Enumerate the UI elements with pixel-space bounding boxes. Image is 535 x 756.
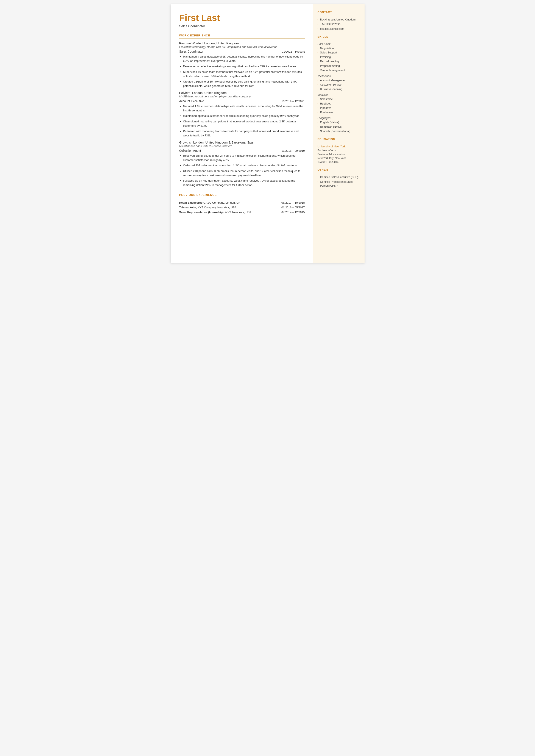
prev-exp-1-dates: 06/2017 – 10/2018	[281, 201, 305, 204]
skill-item: Spanish (Conversational)	[318, 129, 360, 133]
job-3: Growthsi, London, United Kingdom & Barce…	[179, 141, 305, 187]
prev-exp-2-label: Telemarketer, XYZ Company, New York, USA	[179, 206, 237, 209]
job-2-dates: 10/2019 – 12/2021	[281, 99, 305, 103]
bullet-item: Maintained optimal customer service whil…	[179, 114, 305, 118]
skill-item: Business Planning	[318, 88, 360, 91]
techniques-list: Account Management Customer Service Busi…	[318, 79, 360, 91]
job-2: Polyhire, London, United Kingdom NYSE-li…	[179, 91, 305, 138]
hard-skills-list: Negotiation Sales Support Invoicing Reco…	[318, 46, 360, 72]
bullet-item: Followed up on 457 delinquent accounts w…	[179, 179, 305, 187]
contact-list: Buckingham, United Kingdom +44 123456789…	[318, 18, 360, 31]
edu-school: University of New York	[318, 145, 360, 148]
skill-item: Vendor Management	[318, 69, 360, 72]
candidate-title: Sales Coordinator	[179, 24, 305, 28]
software-label: Software:	[318, 93, 360, 96]
prev-exp-1-label: Retail Salesperson, ABC Company, London,…	[179, 201, 240, 204]
job-2-role: Account Executive	[179, 99, 204, 103]
skill-item: Pipedrive	[318, 106, 360, 110]
right-column: CONTACT Buckingham, United Kingdom +44 1…	[313, 4, 365, 263]
resume-page: First Last Sales Coordinator WORK EXPERI…	[171, 4, 365, 263]
prev-exp-3-label: Sales Representative (Internship), ABC, …	[179, 210, 251, 214]
job-2-desc: NYSE-listed recruitment and employer bra…	[179, 95, 305, 98]
edu-field: Business Administration	[318, 153, 360, 156]
job-3-company-rest: London, United Kingdom & Barcelona, Spai…	[192, 141, 255, 144]
job-2-row: Account Executive 10/2019 – 12/2021	[179, 99, 305, 103]
bullet-item: Championed marketing campaigns that incr…	[179, 119, 305, 128]
job-1: Resume Worded, London, United Kingdom Ed…	[179, 42, 305, 88]
skill-item: Record keeping	[318, 60, 360, 64]
job-2-company: Polyhire, London, United Kingdom	[179, 91, 305, 95]
skill-item: Salesforce	[318, 98, 360, 101]
skill-item: Romanian (Native)	[318, 125, 360, 129]
job-1-dates: 01/2022 – Present	[282, 50, 305, 53]
candidate-name: First Last	[179, 13, 305, 23]
job-3-dates: 11/2018 – 09/2019	[281, 149, 305, 153]
bullet-item: Collected 302 delinquent accounts from 1…	[179, 163, 305, 168]
skills-heading: SKILLS	[318, 35, 360, 38]
job-1-role: Sales Coordinator	[179, 50, 203, 53]
prev-exp-3-rest: ABC, New York, USA	[224, 210, 251, 214]
bullet-item: Utilized 210 phone calls, 3.7K emails, 2…	[179, 169, 305, 178]
prev-exp-3-bold: Sales Representative (Internship),	[179, 210, 225, 214]
prev-exp-2-rest: XYZ Company, New York, USA	[197, 206, 236, 209]
skill-item: Customer Service	[318, 83, 360, 87]
skill-item: Account Management	[318, 79, 360, 83]
contact-email: first.last@gmail.com	[318, 27, 360, 31]
job-1-bullets: Maintained a sales database of 6K potent…	[179, 55, 305, 88]
job-2-company-rest: London, United Kingdom	[191, 91, 227, 95]
bullet-item: Created a pipeline of 35 new businesses …	[179, 79, 305, 88]
job-2-company-bold: Polyhire,	[179, 91, 191, 95]
job-1-row: Sales Coordinator 01/2022 – Present	[179, 50, 305, 53]
contact-phone: +44 1234567890	[318, 23, 360, 26]
job-1-company: Resume Worded, London, United Kingdom	[179, 42, 305, 45]
job-1-company-bold: Resume Worded,	[179, 42, 204, 45]
job-1-desc: Education technology startup with 50+ em…	[179, 45, 305, 48]
edu-location: New York City, New York	[318, 156, 360, 160]
other-list: Certified Sales Executive (CSE). Certifi…	[318, 176, 360, 188]
contact-heading: CONTACT	[318, 11, 360, 14]
skill-item: Sales Support	[318, 51, 360, 55]
prev-exp-1: Retail Salesperson, ABC Company, London,…	[179, 201, 305, 204]
prev-exp-1-rest: ABC Company, London, UK	[205, 201, 240, 204]
education-heading: EDUCATION	[318, 138, 360, 141]
other-divider	[318, 173, 360, 173]
edu-degree: Bachelor of Arts	[318, 149, 360, 153]
job-3-company-bold: Growthsi,	[179, 141, 192, 144]
job-3-row: Collection Agent 11/2018 – 09/2019	[179, 149, 305, 153]
languages-label: Languages:	[318, 117, 360, 120]
other-item: Certified Sales Executive (CSE).	[318, 176, 360, 179]
techniques-label: Techniques:	[318, 74, 360, 78]
bullet-item: Nurtured 1.9K customer relationships wit…	[179, 104, 305, 113]
skill-item: English (Native)	[318, 121, 360, 125]
skill-item: Proposal Writing	[318, 64, 360, 68]
job-2-bullets: Nurtured 1.9K customer relationships wit…	[179, 104, 305, 138]
job-3-desc: Microfinance bank with 150,000 customers	[179, 144, 305, 148]
contact-address: Buckingham, United Kingdom	[318, 18, 360, 22]
other-heading: OTHER	[318, 168, 360, 171]
bullet-item: Supervised 19 sales team members that fo…	[179, 70, 305, 78]
job-3-bullets: Resolved billing issues under 24 hours t…	[179, 154, 305, 187]
skill-item: Invoicing	[318, 55, 360, 59]
prev-exp-3: Sales Representative (Internship), ABC, …	[179, 210, 305, 214]
education-divider	[318, 142, 360, 142]
job-1-company-rest: London, United Kingdom	[203, 42, 239, 45]
work-experience-divider	[179, 38, 305, 39]
bullet-item: Maintained a sales database of 6K potent…	[179, 55, 305, 63]
prev-exp-1-bold: Retail Salesperson,	[179, 201, 205, 204]
prev-exp-2-bold: Telemarketer,	[179, 206, 197, 209]
skill-item: HubSpot	[318, 102, 360, 106]
previous-experience-heading: PREVIOUS EXPERIENCE	[179, 193, 305, 197]
skill-item: Negotiation	[318, 46, 360, 50]
skills-divider	[318, 40, 360, 40]
job-3-company: Growthsi, London, United Kingdom & Barce…	[179, 141, 305, 144]
bullet-item: Developed an effective marketing campaig…	[179, 64, 305, 69]
skill-item: Freshsales	[318, 111, 360, 115]
prev-exp-2-dates: 01/2016 – 05/2017	[281, 206, 305, 209]
work-experience-heading: WORK EXPERIENCE	[179, 34, 305, 37]
bullet-item: Resolved billing issues under 24 hours t…	[179, 154, 305, 162]
software-list: Salesforce HubSpot Pipedrive Freshsales	[318, 98, 360, 114]
previous-experience-list: Retail Salesperson, ABC Company, London,…	[179, 201, 305, 214]
prev-exp-2: Telemarketer, XYZ Company, New York, USA…	[179, 206, 305, 209]
languages-list: English (Native) Romanian (Native) Spani…	[318, 121, 360, 133]
prev-exp-3-dates: 07/2014 – 12/2015	[281, 210, 305, 214]
